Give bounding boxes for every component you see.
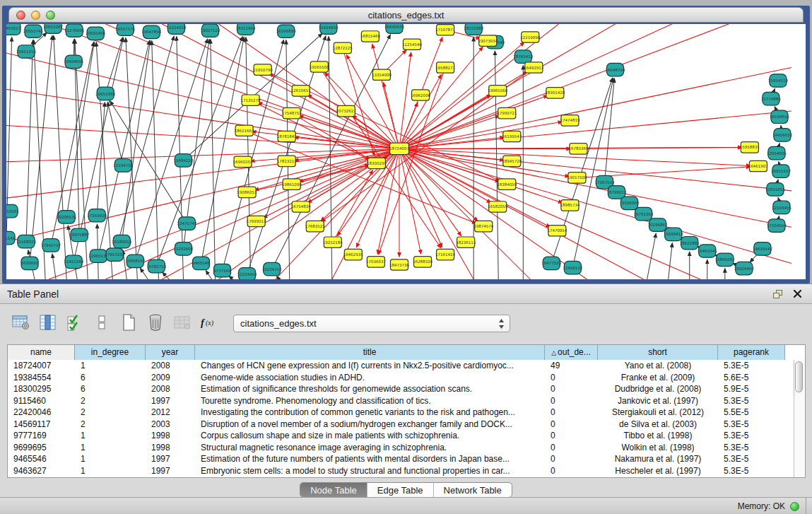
network-node[interactable]: 10653287 [43,24,63,33]
network-node[interactable]: 11292600 [173,243,193,255]
network-node[interactable]: 19086053 [237,187,257,197]
network-node[interactable]: 16791263 [634,207,654,220]
network-node[interactable]: 17161424 [435,249,455,259]
network-node[interactable]: 18312904 [236,24,256,35]
network-node[interactable]: 16815466 [360,31,380,42]
network-node[interactable]: 17548752 [282,107,302,118]
network-node[interactable]: 16566899 [276,25,296,37]
network-node[interactable]: 10494695 [64,55,83,68]
network-node[interactable]: 12224450 [237,268,257,279]
function-builder-button[interactable]: f(x) [198,312,220,334]
network-node[interactable]: 17135278 [241,95,261,105]
network-node[interactable]: 16199547 [502,131,522,141]
tab-node-table[interactable]: Node Table [300,483,367,497]
network-node[interactable]: 17107871 [435,25,455,35]
network-node[interactable]: 18301428 [545,88,565,98]
column-header-title[interactable]: title [195,345,545,360]
network-node[interactable]: 18621663 [235,125,254,136]
table-settings-button[interactable] [10,312,33,334]
network-node[interactable]: 20055745 [23,25,43,37]
network-window-titlebar[interactable]: citations_edges.txt [8,7,804,23]
network-node[interactable]: 16955557 [771,165,791,177]
network-node[interactable]: 16962096 [411,90,430,100]
network-node[interactable]: 16477523 [541,257,561,269]
network-node[interactable]: 18781842 [277,131,297,141]
network-node[interactable]: 14456633 [772,129,792,141]
network-node[interactable]: 16783369 [568,144,588,154]
show-columns-button[interactable] [37,312,59,334]
network-node[interactable]: 12450122 [563,261,582,274]
network-node[interactable]: 9915145 [6,231,16,244]
network-node[interactable]: 10845062 [715,253,735,266]
network-node[interactable]: 9465546 [192,257,210,269]
network-node[interactable]: 18945720 [502,156,522,166]
network-node[interactable]: 15958831 [740,142,760,153]
network-node[interactable]: 16648794 [606,63,625,76]
table-selector-dropdown[interactable]: citations_edges.txt [233,315,510,332]
network-node[interactable]: 16288320 [413,257,433,267]
network-node[interactable]: 19861099 [282,179,302,189]
network-node[interactable]: 19965560 [488,86,507,96]
network-node[interactable]: 16461045 [698,245,717,257]
column-header-out-de[interactable]: △out_de... [545,345,598,360]
network-node[interactable]: 18236113 [456,237,476,247]
network-node[interactable]: 15324018 [166,24,186,34]
network-node[interactable]: 20691406 [86,27,105,40]
network-node[interactable]: 11568023 [16,235,36,247]
table-vertical-scrollbar[interactable] [794,360,805,477]
network-node[interactable]: 16754834 [291,201,311,212]
network-node[interactable]: 16640930 [384,24,404,33]
network-node[interactable]: 18473736 [389,259,409,270]
network-node[interactable]: 10647894 [141,25,161,38]
table-row[interactable]: 911546021997Tourette syndrome. Phenomeno… [8,395,794,407]
delete-column-button[interactable] [144,312,167,334]
network-node[interactable]: 17942737 [41,239,61,252]
network-node[interactable]: 12103455 [772,201,792,214]
network-node[interactable]: 16960203 [233,156,253,167]
column-header-year[interactable]: year [146,345,195,360]
network-node[interactable]: 15950790 [253,64,273,75]
table-row[interactable]: 946554611997Estimation of the future num… [8,453,794,465]
network-node[interactable]: 10975887 [69,228,89,241]
network-node[interactable]: 16582059 [488,201,507,212]
import-table-button[interactable] [171,312,194,334]
close-window-button[interactable] [16,11,25,20]
network-view-canvas[interactable]: 9463627200557451065328715276095206914061… [6,24,806,279]
network-node[interactable]: 19924450 [734,262,754,274]
network-node[interactable]: 16194655 [770,110,789,123]
network-node[interactable]: 18621885 [680,236,700,249]
column-header-in-degree[interactable]: in_degree [75,345,146,360]
table-row[interactable]: 946362711997Embryonic stem cells: a mode… [8,465,794,477]
table-row[interactable]: 977716911998Corpus callosum shape and si… [8,430,794,442]
network-node[interactable]: 16461907 [748,160,768,171]
network-node[interactable]: 19017508 [567,173,587,183]
network-node[interactable]: 10196862 [648,218,668,231]
network-node[interactable]: 12475747 [177,217,196,230]
network-node[interactable]: 12872125 [333,42,353,53]
network-hub-node[interactable]: 18724007 [389,143,409,154]
minimize-window-button[interactable] [31,11,40,20]
network-node[interactable]: 9463627 [6,24,21,35]
network-node[interactable]: 17036037 [366,257,386,267]
network-node[interactable]: 9777169 [213,264,231,276]
float-panel-icon[interactable] [772,289,783,299]
network-node[interactable]: 19874574 [473,221,493,231]
network-node[interactable]: 9699695 [21,257,39,269]
column-header-pagerank[interactable]: pagerank [718,345,785,360]
network-node[interactable]: 19336960 [620,197,640,209]
network-node[interactable]: 11254540 [402,39,422,49]
network-node[interactable]: 16492913 [524,62,543,73]
network-node[interactable]: 15699413 [664,228,683,240]
column-header-short[interactable]: short [598,345,718,360]
network-node[interactable]: 12610651 [291,86,311,96]
network-node[interactable]: 17470954 [547,226,567,236]
table-row[interactable]: 2242004622012Investigating the contribut… [8,407,794,419]
network-node[interactable]: 15684223 [173,154,193,167]
network-node[interactable]: 19027123 [201,24,220,37]
close-panel-icon[interactable] [793,289,802,298]
network-node[interactable]: 17823213 [277,156,297,166]
new-column-button[interactable] [117,312,140,334]
network-node[interactable]: 19252184 [323,237,343,247]
tab-network-table[interactable]: Network Table [433,483,512,497]
network-node[interactable]: 17999013 [247,216,266,226]
